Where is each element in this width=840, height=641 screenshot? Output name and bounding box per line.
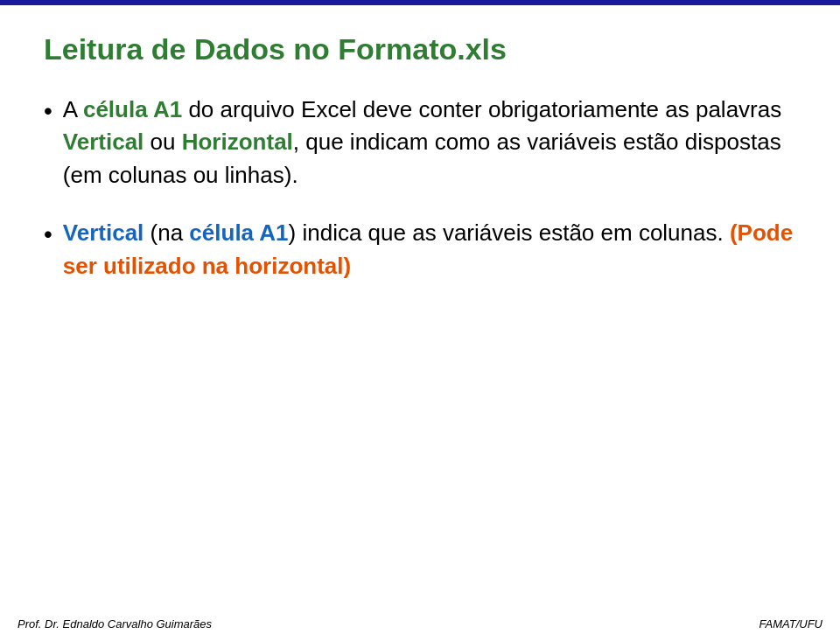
bullet-section-2: • Vertical (na célula A1) indica que as … <box>44 217 796 282</box>
highlight-celula-a1-2: célula A1 <box>189 219 288 246</box>
highlight-vertical-2: Vertical <box>63 219 144 246</box>
bullet-dot-2: • <box>44 217 52 253</box>
bullet-text-2: Vertical (na célula A1) indica que as va… <box>63 217 796 282</box>
highlight-celula-a1: célula A1 <box>83 96 182 122</box>
title-part1: Leitura de Dados no Formato <box>44 32 457 66</box>
title-part2: .xls <box>457 32 507 66</box>
main-content: Leitura de Dados no Formato.xls • A célu… <box>0 5 840 324</box>
slide-title: Leitura de Dados no Formato.xls <box>44 31 796 67</box>
highlight-horizontal: Horizontal <box>182 129 293 155</box>
footer-institution: FAMAT/UFU <box>760 617 822 631</box>
footer-author: Prof. Dr. Ednaldo Carvalho Guimarães <box>18 617 212 631</box>
bullet-dot-1: • <box>44 94 52 129</box>
bullet-item-1: • A célula A1 do arquivo Excel deve cont… <box>44 94 796 192</box>
bullet-section-1: • A célula A1 do arquivo Excel deve cont… <box>44 94 796 192</box>
highlight-vertical: Vertical <box>63 129 144 155</box>
bullet-item-2: • Vertical (na célula A1) indica que as … <box>44 217 796 282</box>
highlight-pode-ser: (Pode ser utilizado na horizontal) <box>63 219 793 279</box>
footer: Prof. Dr. Ednaldo Carvalho Guimarães FAM… <box>0 617 840 631</box>
bullet-text-1: A célula A1 do arquivo Excel deve conter… <box>63 94 796 192</box>
